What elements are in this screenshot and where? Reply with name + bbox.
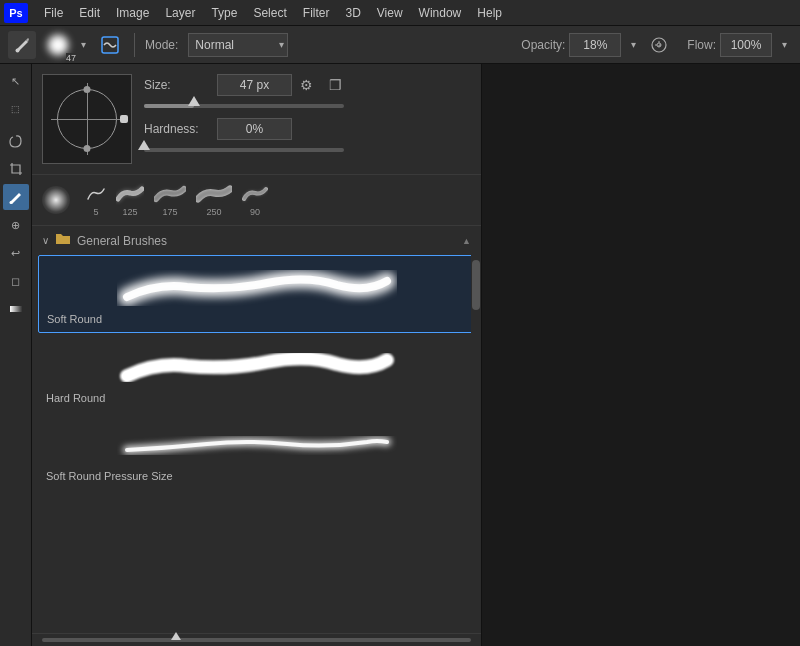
brush-preview-circle [57,89,117,149]
menu-edit[interactable]: Edit [71,4,108,22]
crop-tool-button[interactable] [3,156,29,182]
size-bottom-thumb[interactable] [171,632,181,640]
main-layout: ↖ ⬚ ⊕ ↩ ◻ [0,64,800,646]
opacity-section: Opacity: ▾ [521,31,673,59]
size-bottom-slider[interactable] [42,638,471,642]
brush-tool-button[interactable] [8,31,36,59]
brush-preview-box [42,74,132,164]
size-slider-container [144,104,471,114]
airbrush-button[interactable] [645,31,673,59]
brush-item-soft-pressure[interactable]: Soft Round Pressure Size [38,413,475,489]
large-brush-preview [42,186,70,214]
recent-brush-250-label: 250 [206,207,221,217]
brush-list: Soft Round [32,255,481,633]
brush-panel: Size: ⚙ ❒ Hardness: [32,64,482,646]
flow-input[interactable] [720,33,772,57]
soft-pressure-label: Soft Round Pressure Size [46,470,173,482]
menu-bar: Ps File Edit Image Layer Type Select Fil… [0,0,800,26]
hardness-slider-thumb[interactable] [138,140,150,150]
hard-round-label: Hard Round [46,392,105,404]
size-label: Size: [144,78,209,92]
hardness-slider-track[interactable] [144,148,344,152]
svg-rect-5 [10,306,22,312]
dot-bottom[interactable] [84,145,91,152]
hardness-slider-container [144,148,471,158]
select-tool-button[interactable]: ⬚ [3,96,29,122]
menu-file[interactable]: File [36,4,71,22]
menu-layer[interactable]: Layer [157,4,203,22]
hard-round-stroke-preview [46,341,467,391]
gradient-tool-button[interactable] [3,296,29,322]
size-slider-track[interactable] [144,104,344,108]
recent-brush-90-label: 90 [250,207,260,217]
left-tools-panel: ↖ ⬚ ⊕ ↩ ◻ [0,64,32,646]
brush-group-header: ∨ General Brushes ▲ [32,226,481,255]
brush-size-preview: 47 [42,29,74,61]
scrollbar-thumb [472,260,480,310]
recent-brush-5-label: 5 [93,207,98,217]
opacity-label: Opacity: [521,38,565,52]
menu-select[interactable]: Select [245,4,294,22]
brush-controls: Size: ⚙ ❒ Hardness: [144,74,471,164]
lasso-tool-button[interactable] [3,128,29,154]
canvas-area[interactable] [482,64,800,646]
brush-settings-button[interactable] [96,31,124,59]
flow-section: Flow: ▾ [687,31,792,59]
dot-top[interactable] [84,86,91,93]
soft-round-stroke-preview [47,262,466,312]
ps-logo: Ps [4,3,28,23]
recent-brush-175-label: 175 [162,207,177,217]
size-input[interactable] [217,74,292,96]
opacity-dropdown-button[interactable]: ▾ [625,31,641,59]
size-slider-fill [144,104,194,108]
menu-filter[interactable]: Filter [295,4,338,22]
folder-icon [55,232,71,249]
mode-select[interactable]: Normal Dissolve Darken Multiply [188,33,288,57]
menu-help[interactable]: Help [469,4,510,22]
size-slider-thumb[interactable] [188,96,200,106]
recent-brush-125[interactable]: 125 [116,183,144,217]
group-chevron-icon[interactable]: ∨ [42,235,49,246]
brush-item-soft-round[interactable]: Soft Round [38,255,475,333]
flow-dropdown-button[interactable]: ▾ [776,31,792,59]
history-tool-button[interactable]: ↩ [3,240,29,266]
clone-tool-button[interactable]: ⊕ [3,212,29,238]
opacity-input[interactable] [569,33,621,57]
hardness-input[interactable] [217,118,292,140]
mode-select-wrapper[interactable]: Normal Dissolve Darken Multiply ▾ [188,33,288,57]
recent-brushes-row: 5 125 175 250 90 [32,175,481,226]
brush-list-scrollbar[interactable] [471,255,481,633]
recent-brush-90[interactable]: 90 [242,183,268,217]
copy-icon[interactable]: ❒ [329,77,342,93]
brush-tool-left-button[interactable] [3,184,29,210]
menu-image[interactable]: Image [108,4,157,22]
recent-brush-175[interactable]: 175 [154,183,186,217]
brush-item-hard-round[interactable]: Hard Round [38,335,475,411]
group-name-label: General Brushes [77,234,167,248]
menu-view[interactable]: View [369,4,411,22]
menu-window[interactable]: Window [411,4,470,22]
size-control-row: Size: ⚙ ❒ [144,74,471,96]
eraser-tool-button[interactable]: ◻ [3,268,29,294]
bottom-slider-area: // [32,633,481,646]
menu-type[interactable]: Type [203,4,245,22]
options-toolbar: 47 ▾ Mode: Normal Dissolve Darken Multip… [0,26,800,64]
soft-pressure-stroke-preview [46,419,467,469]
recent-brush-5[interactable]: 5 [86,183,106,217]
recent-brush-125-label: 125 [122,207,137,217]
svg-point-0 [16,48,20,52]
dot-right[interactable] [120,115,128,123]
svg-point-4 [9,201,12,204]
recent-brush-large[interactable] [42,186,70,214]
move-tool-button[interactable]: ↖ [3,68,29,94]
brush-current-size: 47 [66,53,76,63]
menu-3d[interactable]: 3D [337,4,368,22]
brush-list-section: ∨ General Brushes ▲ [32,226,481,646]
canvas-background [482,64,800,646]
recent-brush-250[interactable]: 250 [196,183,232,217]
brush-dropdown-button[interactable]: ▾ [76,31,90,59]
gear-icon[interactable]: ⚙ [300,77,313,93]
toolbar-divider [134,33,135,57]
soft-round-label: Soft Round [47,313,102,325]
flow-label: Flow: [687,38,716,52]
